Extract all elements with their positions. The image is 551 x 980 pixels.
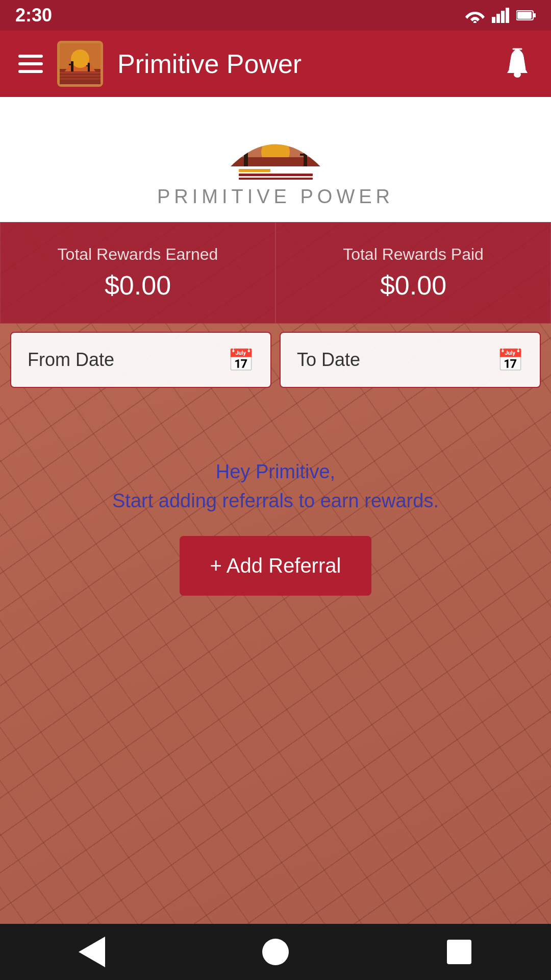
home-icon bbox=[262, 939, 289, 965]
hamburger-line1 bbox=[18, 55, 43, 58]
date-pickers-row: From Date 📅 To Date 📅 bbox=[0, 324, 551, 396]
main-logo-svg bbox=[224, 115, 327, 182]
notification-button[interactable] bbox=[502, 46, 533, 82]
recent-icon bbox=[447, 940, 471, 964]
from-date-calendar-icon: 📅 bbox=[228, 348, 254, 373]
status-bar: 2:30 bbox=[0, 0, 551, 31]
total-rewards-earned-card: Total Rewards Earned $0.00 bbox=[0, 222, 276, 324]
logo-thumbnail-svg bbox=[60, 43, 101, 84]
main-logo bbox=[224, 115, 327, 182]
svg-rect-14 bbox=[86, 65, 90, 66]
svg-rect-17 bbox=[60, 78, 101, 80]
recent-button[interactable] bbox=[439, 932, 480, 972]
svg-rect-26 bbox=[239, 169, 270, 172]
total-rewards-earned-label: Total Rewards Earned bbox=[58, 245, 218, 264]
bell-icon-svg bbox=[502, 46, 533, 80]
svg-point-0 bbox=[473, 21, 477, 23]
reward-cards-row: Total Rewards Earned $0.00 Total Rewards… bbox=[0, 222, 551, 324]
status-time: 2:30 bbox=[15, 5, 52, 26]
svg-rect-13 bbox=[88, 63, 90, 71]
to-date-picker[interactable]: To Date 📅 bbox=[280, 332, 541, 388]
content-area: Total Rewards Earned $0.00 Total Rewards… bbox=[0, 222, 551, 980]
total-rewards-paid-card: Total Rewards Paid $0.00 bbox=[276, 222, 551, 324]
svg-rect-3 bbox=[501, 11, 505, 23]
bottom-nav bbox=[0, 924, 551, 980]
add-referral-button[interactable]: + Add Referral bbox=[180, 536, 372, 596]
svg-rect-11 bbox=[71, 61, 73, 71]
empty-message-line2: Start adding referrals to earn rewards. bbox=[112, 486, 439, 516]
from-date-picker[interactable]: From Date 📅 bbox=[10, 332, 271, 388]
empty-state: Hey Primitive, Start adding referrals to… bbox=[0, 396, 551, 626]
battery-icon bbox=[516, 10, 536, 21]
back-button[interactable] bbox=[71, 932, 112, 972]
wifi-icon bbox=[465, 8, 485, 23]
svg-rect-24 bbox=[304, 149, 307, 166]
svg-rect-4 bbox=[506, 8, 509, 23]
total-rewards-earned-value: $0.00 bbox=[105, 270, 171, 301]
svg-rect-22 bbox=[244, 146, 248, 166]
svg-point-18 bbox=[514, 71, 521, 78]
to-date-calendar-icon: 📅 bbox=[497, 348, 523, 373]
app-logo-thumbnail bbox=[57, 41, 103, 87]
svg-rect-12 bbox=[69, 64, 73, 65]
svg-rect-1 bbox=[492, 17, 495, 23]
svg-rect-27 bbox=[239, 174, 313, 176]
total-rewards-paid-label: Total Rewards Paid bbox=[343, 245, 484, 264]
from-date-label: From Date bbox=[28, 349, 114, 371]
home-button[interactable] bbox=[255, 932, 296, 972]
logo-section: PRIMITIVE POWER bbox=[0, 97, 551, 222]
svg-rect-7 bbox=[517, 12, 532, 19]
svg-rect-16 bbox=[60, 75, 101, 77]
svg-rect-2 bbox=[496, 14, 500, 23]
svg-point-10 bbox=[71, 50, 89, 68]
signal-icon bbox=[492, 8, 509, 23]
svg-rect-6 bbox=[533, 13, 536, 17]
app-title: Primitive Power bbox=[117, 48, 302, 79]
toolbar-left: Primitive Power bbox=[18, 41, 302, 87]
svg-rect-21 bbox=[230, 157, 321, 167]
brand-name: PRIMITIVE POWER bbox=[157, 186, 394, 208]
menu-button[interactable] bbox=[18, 55, 43, 73]
hamburger-line3 bbox=[18, 70, 43, 73]
status-icons bbox=[465, 8, 536, 23]
empty-message: Hey Primitive, Start adding referrals to… bbox=[112, 457, 439, 516]
empty-message-line1: Hey Primitive, bbox=[112, 457, 439, 486]
to-date-label: To Date bbox=[297, 349, 360, 371]
svg-rect-28 bbox=[239, 178, 313, 180]
toolbar: Primitive Power bbox=[0, 31, 551, 97]
hamburger-line2 bbox=[18, 62, 43, 65]
total-rewards-paid-value: $0.00 bbox=[380, 270, 446, 301]
back-icon bbox=[79, 937, 105, 967]
svg-rect-15 bbox=[60, 72, 101, 74]
